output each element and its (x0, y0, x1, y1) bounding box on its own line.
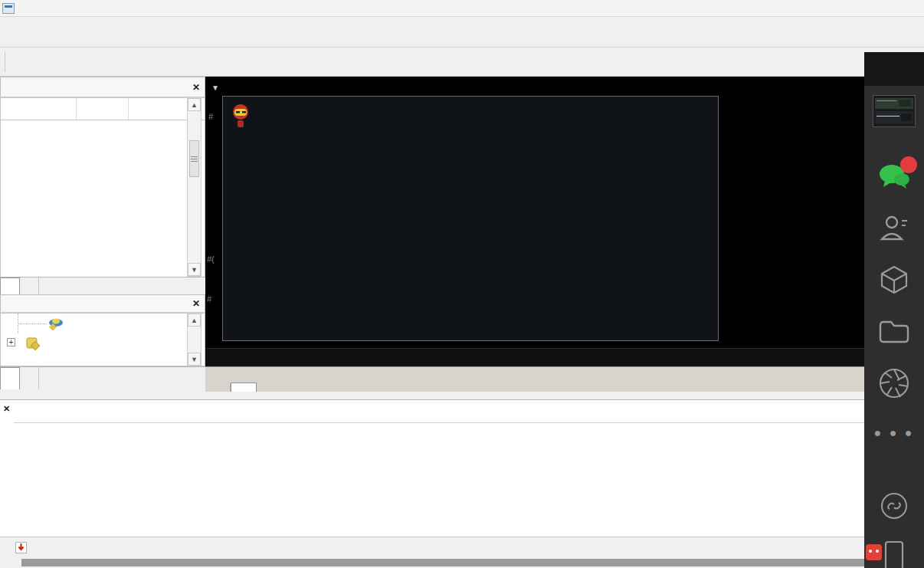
market-watch-header (0, 97, 205, 120)
chart-ohlc-title: ▼ (211, 81, 229, 93)
order-marker: #( (207, 254, 215, 264)
app-icon (2, 3, 15, 14)
chat-sidebar: ● ● ● (864, 52, 924, 568)
chart-time-axis (205, 348, 924, 366)
connection-status-icon (15, 542, 27, 553)
chat-icon[interactable] (877, 163, 911, 192)
mt4-window: ✕ ▲ ▼ ✕ (0, 0, 924, 568)
ea-avatar-icon (229, 103, 252, 129)
market-watch-rows (0, 120, 205, 268)
menu-charts[interactable] (85, 7, 106, 10)
menu-insert[interactable] (64, 7, 85, 10)
main-toolbar (0, 17, 924, 48)
orders-table-header (14, 400, 924, 423)
screens-thumbnail[interactable] (873, 95, 916, 127)
chart-tab-1[interactable] (205, 383, 231, 392)
eahub-robot-icon (866, 544, 882, 560)
eahub-logo[interactable] (866, 544, 884, 560)
tab-common[interactable] (0, 367, 20, 389)
package-box-icon[interactable] (878, 264, 910, 296)
account-status-bar (0, 537, 924, 557)
order-marker: # (208, 112, 213, 121)
order-marker: # (207, 294, 211, 304)
menu-help[interactable] (149, 7, 171, 10)
drawing-toolbar (0, 48, 924, 77)
navigator-title: ✕ (0, 294, 205, 313)
navigator-tabs (0, 366, 205, 389)
menu-tools[interactable] (106, 7, 128, 10)
profit-stats-panel (222, 96, 719, 341)
script-icon (25, 337, 41, 350)
chart-tabs-bar (205, 366, 924, 392)
navigator-tree: + (0, 313, 205, 366)
menu-window[interactable] (128, 7, 149, 10)
scroll-up-icon[interactable]: ▲ (188, 98, 201, 111)
more-options-icon[interactable]: ● ● ● (874, 426, 915, 440)
market-watch-partial-row (0, 268, 205, 277)
aperture-icon[interactable] (877, 366, 911, 400)
market-watch-close-icon[interactable]: ✕ (192, 82, 200, 93)
toolbar-separator (5, 52, 5, 72)
scroll-thumb[interactable] (189, 140, 199, 177)
stats-table-header (223, 141, 718, 153)
market-watch-scrollbar[interactable]: ▲ ▼ (187, 97, 202, 277)
folder-icon[interactable] (877, 317, 911, 345)
terminal-panel: ✕ (0, 399, 924, 537)
scroll-down-icon[interactable]: ▼ (188, 353, 201, 366)
orders-table (0, 423, 924, 537)
chart-area[interactable]: ▼ # #( # (205, 77, 924, 348)
terminal-close-icon[interactable]: ✕ (3, 404, 10, 414)
tree-item-ea[interactable] (1, 314, 205, 333)
chart-collapse-icon[interactable]: ▼ (211, 84, 219, 92)
market-watch-title: ✕ (0, 77, 205, 97)
menu-bar (0, 0, 924, 17)
tree-item-scripts[interactable]: + (1, 333, 205, 353)
menu-view[interactable] (42, 7, 64, 10)
link-circle-icon[interactable] (879, 491, 909, 521)
bottom-scrollbar[interactable] (0, 557, 924, 568)
ea-icon (48, 317, 64, 330)
phone-icon[interactable] (883, 540, 906, 568)
scroll-up-icon[interactable]: ▲ (188, 314, 201, 327)
menu-file[interactable] (21, 7, 42, 10)
chart-tab-2[interactable] (231, 382, 257, 392)
chat-unread-badge (900, 156, 917, 173)
expand-icon[interactable]: + (7, 338, 15, 346)
navigator-scrollbar[interactable]: ▲ ▼ (187, 313, 202, 366)
tab-favorites[interactable] (20, 367, 39, 389)
navigator-close-icon[interactable]: ✕ (192, 298, 200, 309)
scroll-down-icon[interactable]: ▼ (188, 263, 201, 276)
contacts-icon[interactable] (878, 213, 910, 242)
